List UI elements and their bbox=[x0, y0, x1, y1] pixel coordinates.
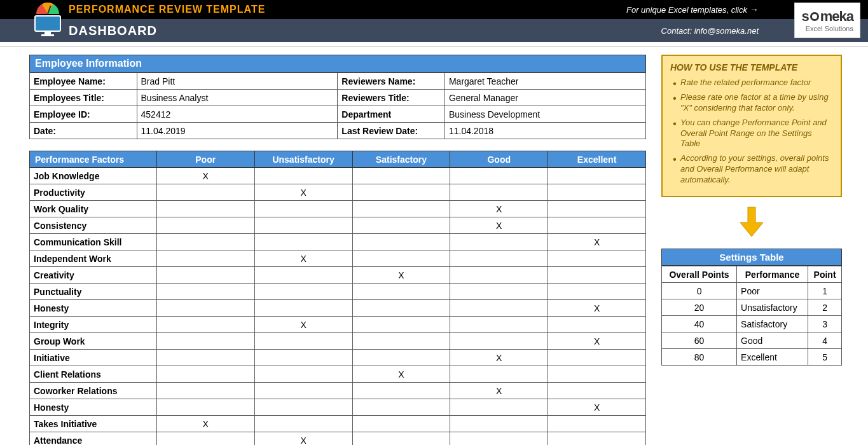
rating-cell[interactable] bbox=[548, 284, 646, 300]
point-cell[interactable]: 4 bbox=[808, 332, 842, 349]
emp-value[interactable]: Business Development bbox=[444, 106, 645, 123]
rating-cell[interactable] bbox=[156, 217, 254, 234]
rating-cell[interactable] bbox=[352, 284, 450, 300]
rating-cell[interactable] bbox=[450, 399, 548, 416]
rating-cell[interactable] bbox=[450, 267, 548, 284]
rating-cell[interactable]: X bbox=[548, 399, 646, 416]
rating-cell[interactable] bbox=[156, 432, 254, 446]
emp-value[interactable]: Margaret Teacher bbox=[444, 73, 645, 90]
rating-cell[interactable] bbox=[156, 184, 254, 201]
point-cell[interactable]: 2 bbox=[808, 299, 842, 316]
rating-cell[interactable] bbox=[352, 350, 450, 366]
rating-cell[interactable] bbox=[352, 317, 450, 333]
rating-cell[interactable] bbox=[352, 168, 450, 184]
rating-cell[interactable] bbox=[254, 383, 352, 399]
rating-cell[interactable] bbox=[548, 168, 646, 184]
rating-cell[interactable] bbox=[450, 432, 548, 446]
rating-cell[interactable] bbox=[450, 366, 548, 383]
rating-cell[interactable] bbox=[352, 184, 450, 201]
rating-cell[interactable]: X bbox=[254, 250, 352, 267]
rating-cell[interactable]: X bbox=[156, 168, 254, 184]
performance-cell[interactable]: Excellent bbox=[737, 349, 808, 366]
rating-cell[interactable] bbox=[352, 333, 450, 350]
rating-cell[interactable] bbox=[254, 399, 352, 416]
emp-value[interactable]: Business Analyst bbox=[137, 90, 338, 106]
rating-cell[interactable] bbox=[450, 184, 548, 201]
rating-cell[interactable] bbox=[352, 432, 450, 446]
rating-cell[interactable] bbox=[450, 284, 548, 300]
rating-cell[interactable] bbox=[156, 317, 254, 333]
rating-cell[interactable] bbox=[352, 217, 450, 234]
rating-cell[interactable] bbox=[254, 333, 352, 350]
rating-cell[interactable]: X bbox=[450, 217, 548, 234]
rating-cell[interactable]: X bbox=[156, 416, 254, 432]
rating-cell[interactable] bbox=[156, 250, 254, 267]
performance-cell[interactable]: Satisfactory bbox=[737, 316, 808, 332]
rating-cell[interactable] bbox=[548, 217, 646, 234]
rating-cell[interactable] bbox=[450, 300, 548, 317]
rating-cell[interactable] bbox=[156, 333, 254, 350]
rating-cell[interactable] bbox=[156, 201, 254, 217]
rating-cell[interactable] bbox=[450, 317, 548, 333]
rating-cell[interactable]: X bbox=[548, 234, 646, 250]
overall-points-cell[interactable]: 40 bbox=[662, 316, 737, 332]
rating-cell[interactable]: X bbox=[254, 432, 352, 446]
rating-cell[interactable] bbox=[156, 267, 254, 284]
rating-cell[interactable] bbox=[254, 300, 352, 317]
rating-cell[interactable] bbox=[548, 201, 646, 217]
point-cell[interactable]: 1 bbox=[808, 283, 842, 299]
rating-cell[interactable] bbox=[548, 250, 646, 267]
rating-cell[interactable] bbox=[548, 184, 646, 201]
rating-cell[interactable] bbox=[352, 383, 450, 399]
rating-cell[interactable] bbox=[156, 350, 254, 366]
rating-cell[interactable] bbox=[254, 366, 352, 383]
rating-cell[interactable] bbox=[156, 234, 254, 250]
rating-cell[interactable]: X bbox=[450, 383, 548, 399]
rating-cell[interactable] bbox=[548, 350, 646, 366]
overall-points-cell[interactable]: 20 bbox=[662, 299, 737, 316]
templates-link-text[interactable]: For unique Excel templates, click bbox=[626, 5, 747, 15]
rating-cell[interactable] bbox=[254, 234, 352, 250]
rating-cell[interactable] bbox=[352, 250, 450, 267]
rating-cell[interactable] bbox=[548, 416, 646, 432]
rating-cell[interactable] bbox=[450, 333, 548, 350]
rating-cell[interactable] bbox=[352, 234, 450, 250]
rating-cell[interactable] bbox=[156, 383, 254, 399]
rating-cell[interactable] bbox=[156, 284, 254, 300]
rating-cell[interactable] bbox=[548, 383, 646, 399]
rating-cell[interactable]: X bbox=[548, 300, 646, 317]
emp-value[interactable]: General Manager bbox=[444, 90, 645, 106]
rating-cell[interactable] bbox=[156, 399, 254, 416]
rating-cell[interactable] bbox=[548, 366, 646, 383]
rating-cell[interactable] bbox=[254, 168, 352, 184]
rating-cell[interactable]: X bbox=[450, 350, 548, 366]
rating-cell[interactable] bbox=[156, 300, 254, 317]
rating-cell[interactable] bbox=[450, 234, 548, 250]
rating-cell[interactable] bbox=[254, 284, 352, 300]
rating-cell[interactable]: X bbox=[450, 201, 548, 217]
rating-cell[interactable] bbox=[254, 416, 352, 432]
emp-value[interactable]: 11.04.2018 bbox=[444, 123, 645, 139]
rating-cell[interactable] bbox=[254, 267, 352, 284]
rating-cell[interactable]: X bbox=[548, 333, 646, 350]
emp-value[interactable]: Brad Pitt bbox=[137, 73, 338, 90]
rating-cell[interactable] bbox=[352, 399, 450, 416]
rating-cell[interactable]: X bbox=[254, 184, 352, 201]
point-cell[interactable]: 3 bbox=[808, 316, 842, 332]
overall-points-cell[interactable]: 60 bbox=[662, 332, 737, 349]
rating-cell[interactable] bbox=[352, 416, 450, 432]
rating-cell[interactable] bbox=[450, 168, 548, 184]
rating-cell[interactable]: X bbox=[352, 366, 450, 383]
overall-points-cell[interactable]: 0 bbox=[662, 283, 737, 299]
rating-cell[interactable] bbox=[156, 366, 254, 383]
rating-cell[interactable] bbox=[548, 432, 646, 446]
performance-cell[interactable]: Poor bbox=[737, 283, 808, 299]
rating-cell[interactable] bbox=[450, 416, 548, 432]
point-cell[interactable]: 5 bbox=[808, 349, 842, 366]
rating-cell[interactable] bbox=[352, 300, 450, 317]
performance-cell[interactable]: Unsatisfactory bbox=[737, 299, 808, 316]
rating-cell[interactable] bbox=[352, 201, 450, 217]
rating-cell[interactable] bbox=[254, 201, 352, 217]
rating-cell[interactable]: X bbox=[254, 317, 352, 333]
overall-points-cell[interactable]: 80 bbox=[662, 349, 737, 366]
